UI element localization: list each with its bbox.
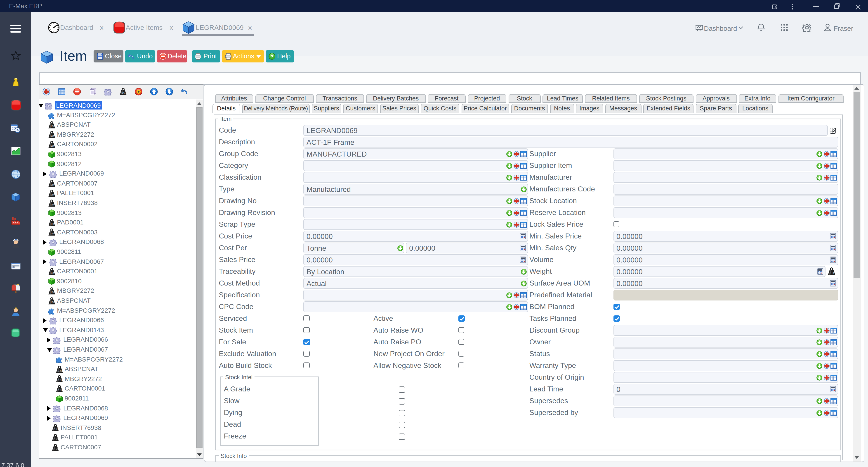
svg-text:16t: 16t — [51, 144, 54, 147]
svg-text:16t: 16t — [54, 447, 58, 450]
svg-text:?: ? — [270, 54, 273, 59]
svg-text:16t: 16t — [51, 183, 54, 186]
svg-text:16t: 16t — [58, 388, 62, 391]
svg-text:16t: 16t — [51, 135, 54, 137]
svg-text:16t: 16t — [51, 125, 54, 127]
svg-text:16t: 16t — [58, 369, 62, 372]
svg-text:16t: 16t — [54, 437, 58, 440]
svg-text:16t: 16t — [51, 301, 54, 303]
svg-text:16t: 16t — [51, 232, 54, 235]
svg-text:16t: 16t — [51, 193, 54, 196]
svg-text:16t: 16t — [51, 271, 54, 274]
svg-text:16t: 16t — [122, 91, 125, 94]
svg-text:16t: 16t — [54, 428, 58, 430]
svg-text:16t: 16t — [58, 379, 62, 381]
svg-text:16t: 16t — [51, 291, 54, 293]
svg-text:16t: 16t — [51, 223, 54, 225]
svg-text:16t: 16t — [51, 203, 54, 206]
svg-text:16t: 16t — [830, 271, 834, 275]
